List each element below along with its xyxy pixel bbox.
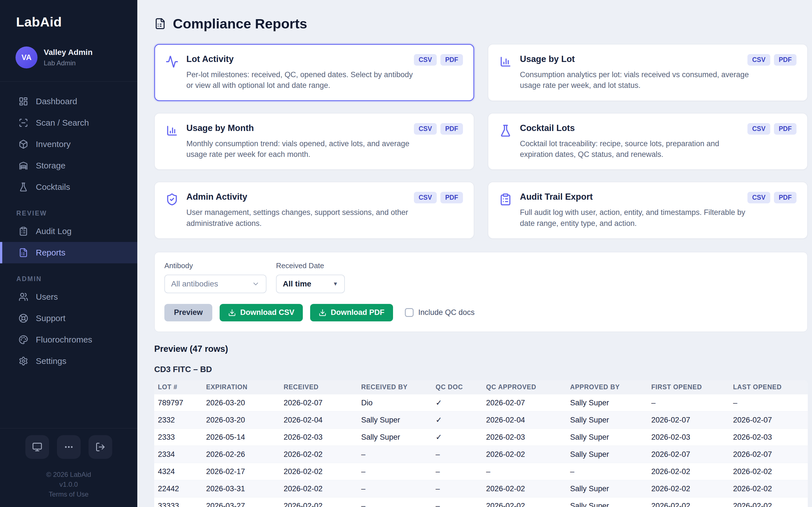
column-header: LAST OPENED (729, 380, 808, 394)
download-icon (319, 309, 326, 317)
sidebar-bottom: © 2026 LabAid v1.0.0 Terms of Use (0, 428, 137, 507)
csv-badge: CSV (414, 123, 437, 135)
table-cell: 2026-02-07 (729, 411, 808, 429)
pdf-badge: PDF (441, 54, 463, 66)
table-cell: Sally Super (566, 429, 648, 446)
download-pdf-button[interactable]: Download PDF (310, 304, 393, 321)
sidebar-bottom-divider (0, 428, 137, 429)
table-cell: 2026-02-02 (483, 446, 566, 463)
table-cell: 2026-02-02 (280, 480, 357, 497)
pdf-badge: PDF (441, 192, 463, 203)
card-description: Cocktail lot traceability: recipe, sourc… (520, 138, 751, 160)
card-title: Cocktail Lots (520, 123, 575, 133)
table-cell: 2026-02-02 (280, 463, 357, 480)
dashboard-icon (18, 97, 28, 106)
bar-chart-icon (499, 55, 512, 91)
sidebar-item-scan-search[interactable]: Scan / Search (0, 112, 137, 133)
received-date-filter: Received Date All time ▼ (276, 262, 345, 293)
table-cell: Sally Super (566, 394, 648, 411)
flask-icon (499, 124, 512, 160)
sidebar-item-label: Users (36, 292, 58, 302)
report-card-lot-activity[interactable]: Lot Activity CSVPDF Per-lot milestones: … (154, 44, 474, 101)
table-cell: 2026-02-02 (729, 497, 808, 507)
sidebar-item-users[interactable]: Users (0, 286, 137, 307)
sidebar-item-dashboard[interactable]: Dashboard (0, 91, 137, 112)
table-cell: 2334 (154, 446, 202, 463)
table-cell: 22442 (154, 480, 202, 497)
table-cell: Sally Super (357, 411, 432, 429)
table-row: 224422026-03-312026-02-02––2026-02-02Sal… (154, 480, 808, 497)
report-card-usage-by-lot[interactable]: Usage by Lot CSVPDF Consumption analytic… (488, 44, 808, 101)
include-qc-docs-option[interactable]: Include QC docs (405, 308, 475, 317)
table-cell: 2026-02-07 (729, 446, 808, 463)
download-pdf-label: Download PDF (331, 308, 385, 317)
sidebar-divider (0, 81, 137, 82)
bar-chart-icon (165, 124, 179, 160)
table-cell: 2026-02-02 (729, 480, 808, 497)
palette-icon (18, 335, 28, 344)
sidebar-item-label: Scan / Search (36, 118, 89, 128)
sidebar-item-label: Dashboard (36, 97, 77, 106)
csv-badge: CSV (748, 192, 770, 203)
antibody-filter: Antibody All antibodies (164, 262, 266, 293)
table-row: 23322026-03-202026-02-04Sally Super✓2026… (154, 411, 808, 429)
activity-icon (165, 55, 179, 91)
page-title: Compliance Reports (154, 16, 808, 32)
avatar: VA (15, 47, 38, 68)
antibody-select[interactable]: All antibodies (164, 275, 266, 293)
report-card-usage-by-month[interactable]: Usage by Month CSVPDF Monthly consumptio… (154, 113, 474, 170)
table-cell: 2026-02-03 (648, 429, 729, 446)
table-cell: Sally Super (566, 497, 648, 507)
report-card-admin-activity[interactable]: Admin Activity CSVPDF User management, s… (154, 182, 474, 239)
column-header: LOT # (154, 380, 202, 394)
received-date-label: Received Date (276, 262, 345, 270)
terms-link[interactable]: Terms of Use (0, 489, 137, 499)
received-date-select[interactable]: All time ▼ (276, 275, 345, 293)
user-profile: VA Valley Admin Lab Admin (0, 30, 137, 68)
pdf-badge: PDF (441, 123, 463, 135)
table-row: 7897972026-03-202026-02-07Dio✓2026-02-07… (154, 394, 808, 411)
include-qc-docs-label: Include QC docs (418, 308, 475, 317)
more-options-button[interactable] (57, 435, 81, 459)
table-cell: – (432, 497, 483, 507)
table-cell: 2333 (154, 429, 202, 446)
sidebar-item-audit-log[interactable]: Audit Log (0, 221, 137, 242)
card-description: Consumption analytics per lot: vials rec… (520, 69, 751, 91)
sidebar-item-reports[interactable]: Reports (0, 242, 137, 263)
table-cell: 2026-02-02 (648, 497, 729, 507)
download-icon (228, 309, 236, 317)
sidebar-item-label: Cocktails (36, 182, 70, 192)
sidebar-item-settings[interactable]: Settings (0, 350, 137, 372)
flask-icon (18, 182, 28, 192)
download-csv-button[interactable]: Download CSV (220, 304, 303, 321)
table-cell: 2026-02-03 (483, 429, 566, 446)
sidebar-item-support[interactable]: Support (0, 307, 137, 329)
table-cell: 2026-02-26 (202, 446, 280, 463)
sidebar-item-storage[interactable]: Storage (0, 155, 137, 176)
include-qc-docs-checkbox[interactable] (405, 308, 414, 317)
report-card-audit-trail-export[interactable]: Audit Trail Export CSVPDF Full audit log… (488, 182, 808, 239)
table-header-row: LOT # EXPIRATION RECEIVED RECEIVED BY QC… (154, 380, 808, 394)
sidebar: LabAid VA Valley Admin Lab Admin Dashboa… (0, 0, 137, 507)
section-label-review: REVIEW (0, 210, 137, 217)
table-cell: – (432, 446, 483, 463)
file-text-icon (154, 18, 166, 30)
column-header: QC DOC (432, 380, 483, 394)
page-title-text: Compliance Reports (173, 16, 307, 32)
sidebar-item-inventory[interactable]: Inventory (0, 133, 137, 155)
table-cell: 2026-03-31 (202, 480, 280, 497)
sidebar-nav: Dashboard Scan / Search Inventory Storag… (0, 91, 137, 372)
table-cell: 2026-02-02 (280, 497, 357, 507)
sidebar-item-label: Audit Log (36, 226, 71, 236)
monitor-icon (32, 442, 42, 452)
antibody-group-title: CD3 FITC – BD (154, 365, 808, 374)
users-icon (18, 292, 28, 302)
display-mode-button[interactable] (26, 435, 49, 459)
report-table-body: 7897972026-03-202026-02-07Dio✓2026-02-07… (154, 394, 808, 507)
table-cell: – (432, 480, 483, 497)
preview-button[interactable]: Preview (164, 304, 212, 321)
logout-button[interactable] (89, 435, 112, 459)
sidebar-item-cocktails[interactable]: Cocktails (0, 176, 137, 198)
sidebar-item-fluorochromes[interactable]: Fluorochromes (0, 329, 137, 350)
report-card-cocktail-lots[interactable]: Cocktail Lots CSVPDF Cocktail lot tracea… (488, 113, 808, 170)
